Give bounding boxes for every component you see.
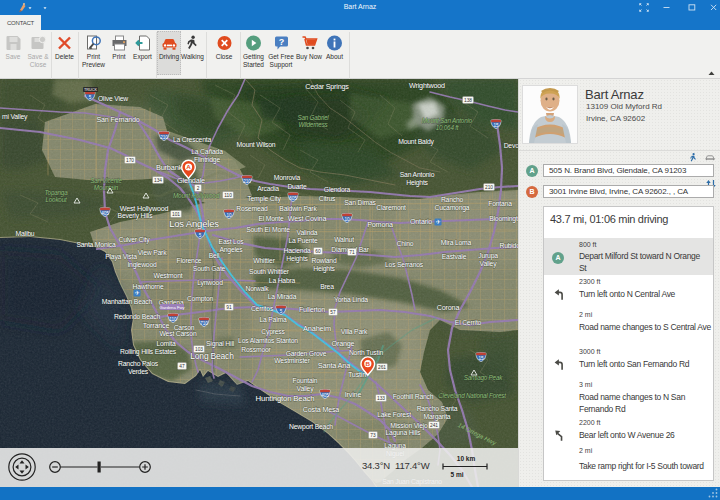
svg-text:210: 210: [160, 135, 168, 140]
svg-text:B: B: [366, 360, 371, 367]
svg-text:110: 110: [169, 317, 177, 322]
svg-text:Rosemead: Rosemead: [236, 205, 268, 212]
svg-text:San Gabriel: San Gabriel: [297, 114, 329, 121]
svg-text:Lomita: Lomita: [156, 340, 176, 347]
svg-text:Los Serranos: Los Serranos: [385, 261, 424, 268]
svg-text:Lookout: Lookout: [45, 196, 66, 203]
svg-text:Rossmoor: Rossmoor: [241, 346, 271, 353]
svg-text:261: 261: [378, 365, 386, 370]
svg-text:133: 133: [377, 396, 385, 401]
svg-text:Flintridge: Flintridge: [194, 156, 220, 164]
svg-text:60: 60: [315, 249, 321, 254]
svg-text:10 km: 10 km: [457, 455, 476, 462]
svg-text:San Dimas: San Dimas: [344, 199, 376, 206]
svg-text:Inglewood: Inglewood: [127, 261, 157, 269]
svg-text:Mountain: Mountain: [94, 184, 119, 191]
svg-text:Wrightwood: Wrightwood: [409, 81, 445, 90]
svg-text:91: 91: [226, 305, 232, 310]
svg-text:Yorba Linda: Yorba Linda: [334, 296, 368, 303]
svg-text:5: 5: [89, 95, 92, 100]
svg-text:Huntington Beach: Huntington Beach: [256, 394, 315, 403]
svg-text:405: 405: [101, 211, 109, 216]
svg-text:Tustin: Tustin: [348, 370, 366, 379]
svg-text:Mira Loma: Mira Loma: [441, 239, 472, 246]
svg-text:Verdes: Verdes: [128, 368, 149, 375]
svg-text:Glendora: Glendora: [324, 186, 351, 193]
svg-text:605: 605: [289, 196, 297, 201]
svg-text:La Mirada: La Mirada: [268, 293, 297, 300]
svg-text:Baldwin Park: Baldwin Park: [279, 205, 317, 212]
svg-text:El Monte: El Monte: [258, 215, 284, 222]
svg-text:Lake Forest: Lake Forest: [377, 411, 411, 418]
svg-text:47: 47: [179, 364, 185, 369]
svg-text:Mount San Antonio: Mount San Antonio: [422, 117, 473, 124]
svg-text:Santiago Peak: Santiago Peak: [464, 374, 503, 382]
svg-text:Norwalk: Norwalk: [245, 285, 269, 292]
svg-text:South El Monte: South El Monte: [246, 226, 290, 233]
svg-text:Cerritos: Cerritos: [251, 305, 274, 312]
svg-text:Duarte: Duarte: [287, 183, 307, 190]
svg-text:Fontana: Fontana: [488, 200, 512, 207]
svg-text:Foothill Ranch: Foothill Ranch: [393, 393, 434, 400]
svg-text:Beverly Hills: Beverly Hills: [118, 212, 154, 220]
svg-text:Claremont: Claremont: [376, 204, 406, 211]
svg-text:Lynwood: Lynwood: [197, 279, 223, 287]
svg-text:Laguna Hills: Laguna Hills: [385, 429, 421, 437]
svg-text:La Palma: La Palma: [259, 316, 287, 323]
svg-text:241: 241: [430, 423, 438, 428]
svg-text:El Cerrito: El Cerrito: [455, 319, 482, 326]
svg-text:Bloomington: Bloomington: [489, 215, 518, 223]
svg-text:405: 405: [321, 393, 329, 398]
svg-text:Signal Hill: Signal Hill: [206, 340, 235, 348]
svg-text:Villa Park: Villa Park: [341, 328, 368, 335]
svg-text:Arcadia: Arcadia: [257, 185, 279, 192]
svg-text:Chino: Chino: [397, 240, 414, 247]
svg-text:La Puente: La Puente: [288, 237, 318, 244]
svg-text:North Tustin: North Tustin: [349, 349, 384, 356]
svg-text:2: 2: [197, 186, 200, 191]
svg-text:Rancho Palos: Rancho Palos: [118, 360, 159, 367]
svg-text:La Crescenta: La Crescenta: [173, 136, 211, 143]
svg-text:Brea: Brea: [320, 283, 334, 290]
svg-text:✈: ✈: [435, 219, 440, 225]
svg-text:Devore: Devore: [504, 142, 518, 149]
svg-text:Cleveland National Forest: Cleveland National Forest: [438, 392, 506, 399]
svg-text:Redondo Beach: Redondo Beach: [114, 313, 161, 320]
svg-text:Wilderness: Wilderness: [298, 121, 328, 128]
svg-text:Compton: Compton: [187, 295, 214, 303]
svg-text:138: 138: [464, 98, 472, 103]
svg-text:Glendale: Glendale: [177, 176, 205, 185]
svg-text:Florence: Florence: [177, 257, 202, 264]
svg-text:West Carson: West Carson: [160, 330, 197, 337]
svg-text:Fountain: Fountain: [293, 377, 318, 384]
svg-text:Irvine: Irvine: [345, 390, 362, 399]
svg-text:San Fernando: San Fernando: [96, 115, 139, 124]
svg-text:210: 210: [243, 179, 251, 184]
svg-text:Burbank: Burbank: [156, 163, 183, 172]
svg-text:Westminster: Westminster: [274, 357, 310, 364]
svg-text:Los Alamitos Stanton: Los Alamitos Stanton: [238, 337, 298, 344]
svg-text:134: 134: [154, 178, 162, 183]
svg-text:South Whittier: South Whittier: [249, 268, 290, 275]
svg-text:mi Valley: mi Valley: [2, 113, 28, 121]
svg-text:Gardena Fwy: Gardena Fwy: [159, 305, 185, 310]
svg-text:Citrus: Citrus: [319, 195, 336, 202]
svg-text:Culver City: Culver City: [118, 236, 150, 244]
svg-text:Hacienda: Hacienda: [283, 247, 311, 254]
svg-text:Malibu: Malibu: [16, 230, 35, 237]
svg-text:Angeles: Angeles: [219, 246, 243, 254]
svg-text:Hawthorne: Hawthorne: [132, 283, 163, 290]
svg-text:101: 101: [172, 212, 180, 217]
svg-text:Cucamonga: Cucamonga: [435, 204, 470, 212]
svg-text:Olive View: Olive View: [98, 95, 128, 102]
svg-text:10: 10: [226, 213, 232, 218]
svg-text:Fullerton: Fullerton: [299, 305, 325, 314]
svg-text:Rolling Hills Estates: Rolling Hills Estates: [120, 348, 177, 356]
svg-text:Mount Hollywood: Mount Hollywood: [173, 192, 220, 200]
svg-text:5: 5: [280, 309, 283, 314]
svg-text:210: 210: [485, 185, 493, 190]
svg-text:Heights: Heights: [313, 265, 335, 273]
svg-text:Playa Vista: Playa Vista: [105, 253, 137, 261]
svg-text:710: 710: [200, 321, 208, 326]
svg-text:Newport Beach: Newport Beach: [289, 423, 333, 431]
